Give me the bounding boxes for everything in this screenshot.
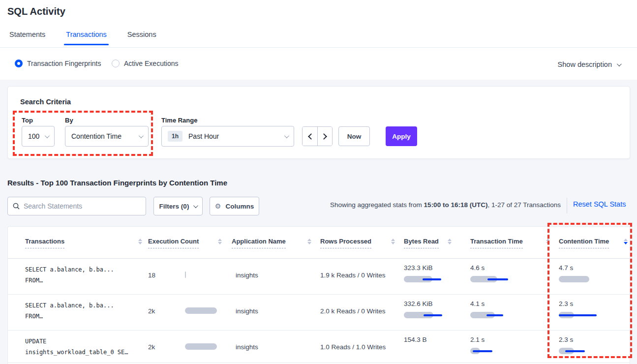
search-statements-box bbox=[7, 197, 146, 215]
bytes-read-mean-line bbox=[424, 314, 442, 316]
column-header-transaction-time[interactable]: Transaction Time bbox=[470, 238, 550, 248]
search-criteria-heading: Search Criteria bbox=[20, 98, 71, 106]
search-statements-input[interactable] bbox=[24, 202, 141, 210]
contention-time-cell: 2.3 s bbox=[559, 336, 599, 355]
show-description-label: Show description bbox=[558, 61, 612, 68]
application-name-cell: insights bbox=[236, 331, 258, 363]
time-next-button[interactable] bbox=[317, 127, 332, 146]
chevron-down-icon bbox=[139, 133, 144, 138]
sort-icon bbox=[218, 239, 222, 244]
time-range-badge: 1h bbox=[168, 131, 182, 142]
time-range-select[interactable]: 1h Past Hour bbox=[161, 126, 294, 147]
column-header-rows-processed[interactable]: Rows Processed bbox=[320, 238, 395, 248]
table-row[interactable]: SELECT a.balance, b.ba...FROM… 18 insigh… bbox=[8, 259, 630, 295]
search-icon bbox=[13, 203, 20, 210]
radio-label: Active Executions bbox=[124, 60, 179, 67]
by-select-value: Contention Time bbox=[71, 132, 139, 140]
transaction-time-cell: 4.1 s bbox=[470, 300, 511, 319]
results-heading: Results - Top 100 Transaction Fingerprin… bbox=[7, 179, 227, 187]
column-header-transactions[interactable]: Transactions bbox=[25, 238, 142, 248]
column-header-execution-count[interactable]: Execution Count bbox=[148, 238, 222, 248]
time-range-label: Time Range bbox=[161, 117, 197, 124]
top-select-value: 100 bbox=[28, 132, 45, 140]
chevron-down-icon bbox=[45, 133, 50, 138]
radio-transaction-fingerprints[interactable]: Transaction Fingerprints bbox=[15, 60, 101, 67]
filters-button[interactable]: Filters (0) bbox=[153, 197, 203, 215]
top-label: Top bbox=[22, 117, 33, 124]
radio-active-executions[interactable]: Active Executions bbox=[112, 60, 179, 67]
stats-divider bbox=[567, 198, 567, 213]
execution-count-cell: 18 bbox=[148, 259, 225, 291]
reset-sql-stats-link[interactable]: Reset SQL Stats bbox=[573, 200, 626, 208]
search-criteria-card: Search Criteria Top 100 By Contention Ti… bbox=[7, 86, 630, 159]
contention-time-cell: 2.3 s bbox=[559, 300, 599, 319]
rows-processed-cell: 1.0 Reads / 1.0 Writes bbox=[320, 331, 386, 363]
stats-summary: Showing aggregated stats from 15:00 to 1… bbox=[295, 201, 561, 209]
transaction-fingerprint-link[interactable]: UPDATEinsights_workload_table_0 SE… bbox=[25, 336, 128, 358]
now-button[interactable]: Now bbox=[338, 126, 370, 146]
contention-time-cell: 4.7 s bbox=[559, 264, 599, 283]
filters-label: Filters (0) bbox=[159, 203, 189, 210]
tab-sessions[interactable]: Sessions bbox=[125, 30, 158, 45]
gear-icon: ⚙ bbox=[215, 202, 221, 210]
column-header-application-name[interactable]: Application Name bbox=[232, 238, 311, 248]
transaction-time-cell: 4.6 s bbox=[470, 264, 511, 283]
chevron-down-icon bbox=[193, 203, 198, 208]
transaction-fingerprint-link[interactable]: SELECT a.balance, b.ba...FROM… bbox=[25, 300, 114, 322]
sort-icon bbox=[391, 239, 395, 244]
tab-statements[interactable]: Statements bbox=[7, 30, 47, 45]
sort-desc-icon bbox=[624, 239, 628, 244]
show-description-toggle[interactable]: Show description bbox=[558, 61, 620, 68]
rows-processed-cell: 1.9 k Reads / 0 Writes bbox=[320, 259, 386, 291]
page-title: SQL Activity bbox=[7, 6, 65, 17]
table-header-row: Transactions Execution Count Application… bbox=[8, 227, 630, 259]
bytes-read-cell: 323.3 KiB bbox=[404, 264, 444, 283]
table-row[interactable]: SELECT a.balance, b.ba...FROM… 2k insigh… bbox=[8, 295, 630, 331]
stats-time-range: 15:00 to 16:18 (UTC) bbox=[424, 201, 488, 209]
execution-count-bar bbox=[185, 343, 217, 350]
apply-button[interactable]: Apply bbox=[386, 126, 417, 146]
contention-time-bar bbox=[559, 276, 589, 282]
view-toggle-row: Transaction Fingerprints Active Executio… bbox=[0, 48, 637, 80]
contention-time-mean-line bbox=[559, 314, 597, 316]
execution-count-bar bbox=[185, 272, 186, 278]
column-header-contention-time[interactable]: Contention Time bbox=[559, 238, 628, 248]
bytes-read-mean-line bbox=[423, 278, 441, 280]
time-nav-group bbox=[302, 126, 333, 146]
chevron-left-icon bbox=[308, 133, 314, 140]
bytes-read-cell: 332.6 KiB bbox=[404, 300, 444, 319]
by-select[interactable]: Contention Time bbox=[65, 126, 149, 147]
transaction-time-mean-line bbox=[487, 278, 508, 280]
execution-count-cell: 2k bbox=[148, 331, 225, 363]
column-header-bytes-read[interactable]: Bytes Read bbox=[404, 238, 452, 248]
table-row[interactable]: UPDATEinsights_workload_table_0 SE… 2k i… bbox=[8, 331, 630, 363]
sort-icon bbox=[138, 239, 142, 244]
transaction-time-cell: 2.1 s bbox=[470, 336, 511, 355]
execution-count-bar bbox=[185, 307, 217, 314]
bytes-read-cell: 154.3 B bbox=[404, 336, 444, 355]
top-select[interactable]: 100 bbox=[22, 126, 55, 147]
execution-count-cell: 2k bbox=[148, 295, 225, 327]
application-name-cell: insights bbox=[236, 295, 258, 327]
columns-label: Columns bbox=[225, 203, 254, 210]
radio-selected-icon bbox=[15, 60, 23, 67]
transactions-table: Transactions Execution Count Application… bbox=[7, 226, 630, 364]
by-label: By bbox=[65, 117, 73, 124]
chevron-down-icon bbox=[617, 61, 622, 66]
rows-processed-cell: 2.0 k Reads / 0 Writes bbox=[320, 295, 386, 327]
transaction-time-mean-line bbox=[486, 314, 503, 316]
sort-icon bbox=[448, 239, 452, 244]
application-name-cell: insights bbox=[236, 259, 258, 291]
sort-icon bbox=[307, 239, 311, 244]
radio-unselected-icon bbox=[112, 60, 120, 67]
chevron-right-icon bbox=[321, 133, 327, 140]
sql-activity-page: SQL Activity Statements Transactions Ses… bbox=[0, 0, 637, 364]
columns-button[interactable]: ⚙ Columns bbox=[210, 197, 259, 215]
time-prev-button[interactable] bbox=[303, 127, 317, 146]
transaction-fingerprint-link[interactable]: SELECT a.balance, b.ba...FROM… bbox=[25, 264, 114, 286]
tab-transactions[interactable]: Transactions bbox=[64, 30, 108, 45]
time-range-value: Past Hour bbox=[188, 132, 284, 140]
sort-icon bbox=[546, 239, 550, 244]
transaction-time-mean-line bbox=[473, 350, 492, 352]
chevron-down-icon bbox=[284, 133, 289, 138]
